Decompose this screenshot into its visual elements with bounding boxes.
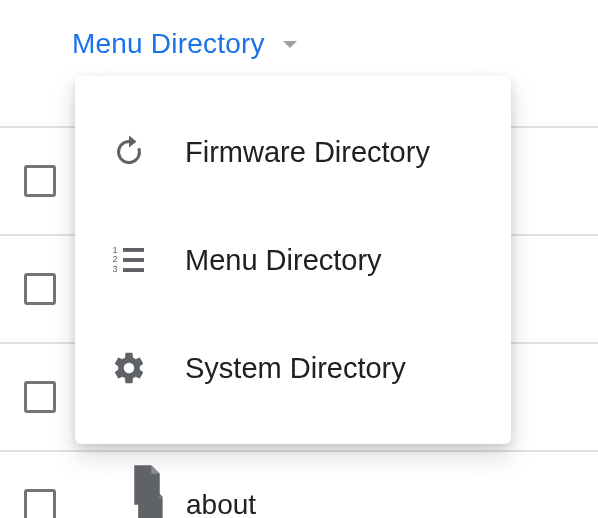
row-checkbox[interactable]	[24, 273, 56, 305]
svg-text:1: 1	[113, 245, 118, 255]
menu-item-firmware-directory[interactable]: Firmware Directory	[75, 98, 511, 206]
svg-rect-0	[123, 248, 144, 252]
directory-dropdown-menu: Firmware Directory 1 2 3 Menu Directory	[75, 76, 511, 444]
svg-rect-1	[123, 258, 144, 262]
menu-item-label: Firmware Directory	[185, 136, 430, 169]
list-item[interactable]: about	[0, 450, 598, 518]
chevron-down-icon	[283, 41, 297, 48]
menu-item-label: System Directory	[185, 352, 406, 385]
svg-text:2: 2	[113, 254, 118, 264]
menu-item-menu-directory[interactable]: 1 2 3 Menu Directory	[75, 206, 511, 314]
list-item-label: about	[186, 489, 256, 518]
menu-directory-trigger[interactable]: Menu Directory	[72, 28, 297, 60]
row-checkbox[interactable]	[24, 381, 56, 413]
gear-icon	[109, 350, 149, 386]
file-icon	[130, 465, 164, 505]
row-checkbox[interactable]	[24, 489, 56, 518]
menu-item-label: Menu Directory	[185, 244, 382, 277]
menu-directory-trigger-label: Menu Directory	[72, 28, 265, 60]
svg-rect-2	[123, 268, 144, 272]
menu-item-system-directory[interactable]: System Directory	[75, 314, 511, 422]
numbered-list-icon: 1 2 3	[109, 242, 149, 278]
svg-text:3: 3	[113, 264, 118, 274]
row-checkbox[interactable]	[24, 165, 56, 197]
update-icon	[109, 134, 149, 170]
